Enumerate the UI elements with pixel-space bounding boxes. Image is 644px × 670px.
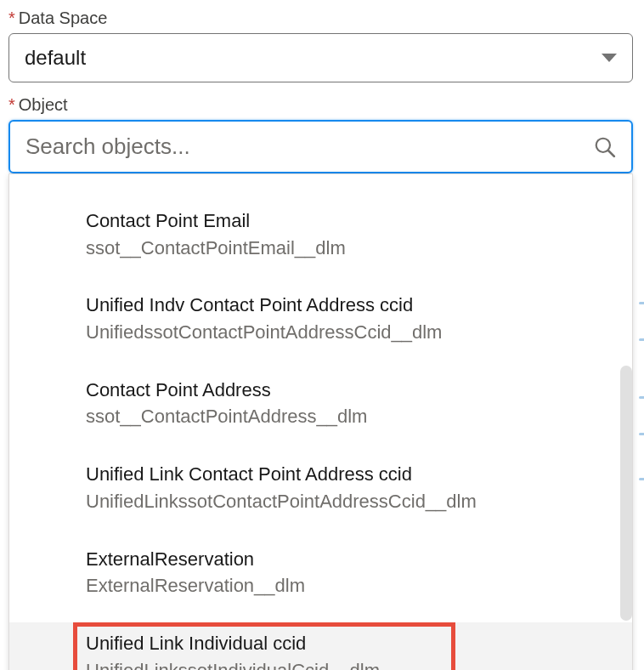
option-label: ExternalReservation [86,547,632,572]
data-space-value: default [25,46,86,70]
list-item[interactable]: Unified Link Individual ccid UnifiedLink… [9,622,632,670]
svg-line-1 [608,150,614,156]
search-icon [594,136,616,158]
option-label: Unified Link Individual ccid [86,631,632,656]
object-label: * Object [8,95,636,115]
scrollbar[interactable] [620,366,632,621]
required-asterisk: * [8,9,15,28]
search-input[interactable] [25,133,594,160]
data-space-select[interactable]: default [8,33,633,82]
option-label: Contact Point Email [86,208,632,234]
list-item[interactable]: Contact Point Address ssot__ContactPoint… [9,369,632,438]
option-label: Contact Point Address [86,378,632,403]
list-item[interactable]: ExternalReservation ExternalReservation_… [9,538,632,607]
option-api: ssot__ContactPointAddress__dlm [86,404,632,429]
option-api: ssot__ContactPointEmail__dlm [86,236,632,261]
chevron-down-icon [602,54,617,62]
object-dropdown: Contact Point Email ssot__ContactPointEm… [8,173,633,670]
data-space-label: * Data Space [8,9,636,28]
option-api: UnifiedssotContactPointAddressCcid__dlm [86,320,632,345]
required-asterisk: * [8,95,15,115]
label-text: Object [19,95,68,115]
option-label: Unified Link Contact Point Address ccid [86,462,632,487]
background-decoration [639,302,644,514]
option-api: ExternalReservation__dlm [86,573,632,599]
object-search-box[interactable] [8,120,633,173]
list-item[interactable]: Unified Link Contact Point Address ccid … [9,453,632,522]
list-item[interactable]: Contact Point Email ssot__ContactPointEm… [9,200,632,269]
option-api: UnifiedLinkssotContactPointAddressCcid__… [86,489,632,514]
option-api: UnifiedLinkssotIndividualCcid__dlm [86,658,632,670]
label-text: Data Space [19,9,108,28]
list-item[interactable]: Unified Indv Contact Point Address ccid … [9,284,632,353]
option-label: Unified Indv Contact Point Address ccid [86,292,632,318]
